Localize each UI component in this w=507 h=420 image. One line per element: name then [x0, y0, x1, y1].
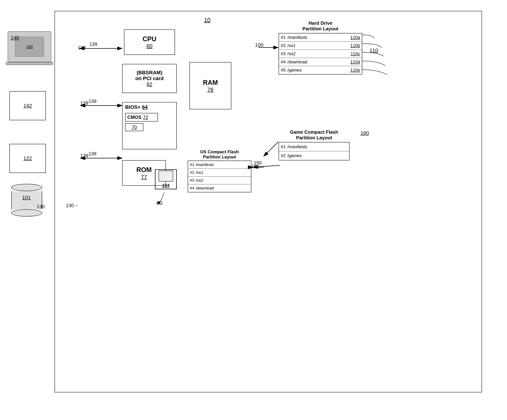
ocf-row: #2 /os1 — [188, 169, 251, 177]
ocf-row-num: #1 — [190, 162, 196, 167]
arr-label-130: 130 ~ — [66, 203, 78, 208]
gcf-row: #2 /games — [279, 151, 349, 160]
ocf-row-num: #4 — [190, 186, 196, 191]
cpu-box: CPU 60 — [124, 29, 175, 55]
bbsram-box: (BBSRAM)on PCI card 62 — [122, 64, 177, 93]
gcf-row-num: #1 — [281, 144, 287, 149]
ref-100-label: 100 — [255, 42, 263, 48]
diagram-area: 10 CPU 60 (BBSRAM)on PCI card 62 BIOS+ 6… — [55, 11, 482, 392]
cmos-label: CMOS — [127, 114, 141, 120]
gcf-row-num: #2 — [281, 153, 287, 158]
ram-title: RAM — [203, 79, 218, 86]
device-screen — [159, 171, 173, 181]
laptop-container: 140 140 — [8, 31, 53, 65]
cyl-top — [11, 184, 42, 191]
hard-drive-layout: Hard DrivePartition Layout #1 /manifests… — [279, 20, 362, 75]
ann-130: 130 — [37, 204, 45, 209]
hd-row: #1 /manifests 110a — [279, 34, 362, 41]
hd-table: #1 /manifests 110a #2 /os1 110b #3 /os2 … — [279, 33, 362, 75]
os-cf-layout: OS Compact FlashPartition Layout #1 /man… — [188, 149, 251, 192]
hd-row-ref: 110c — [351, 51, 360, 56]
ann-139-mid: 139 — [80, 100, 88, 106]
arrows-svg: 139 139 139 130 ~ 150 — [55, 11, 482, 392]
gcf-table: #1 /manifests #2 /games — [279, 142, 350, 160]
hd-row: #2 /os1 110b — [279, 41, 362, 50]
hd-row-ref: 110e — [350, 68, 360, 73]
arr-label-139-mid: 139 — [89, 99, 96, 104]
box-122-ref: 122 — [23, 156, 32, 161]
ocf-row-path: /os1 — [196, 170, 203, 175]
ocf-row: #3 /os2 — [188, 177, 251, 184]
ram-box: RAM 76 — [190, 62, 231, 109]
hd-row-path: /os1 — [287, 43, 349, 48]
ocf-row-num: #3 — [190, 178, 196, 183]
ref-160-label: 160 — [360, 130, 369, 136]
ocf-table: #1 /manifests #2 /os1 #3 /os2 #4 /downlo… — [188, 161, 251, 192]
bios-ref: 64 — [142, 104, 148, 110]
ocf-row: #4 /download — [188, 184, 251, 192]
ref-70: 70 — [125, 123, 143, 131]
box-142: 142 — [9, 91, 46, 120]
ocf-row-path: /os2 — [196, 178, 203, 183]
hd-row-num: #4 — [281, 59, 287, 64]
device-134-ref: 134 — [162, 183, 169, 188]
cyl-101-label: 101 — [22, 195, 31, 200]
bios-title: BIOS+ — [125, 104, 141, 110]
cmos-ref: 72 — [143, 114, 148, 120]
hd-title: Hard DrivePartition Layout — [279, 20, 362, 32]
svg-line-10 — [264, 142, 278, 156]
device-134: 134 — [155, 169, 177, 189]
game-cf-layout: Game Compact FlashPartition Layout #1 /m… — [279, 129, 350, 160]
ann-139-low: 139 — [80, 153, 88, 158]
cyl-bottom — [11, 209, 42, 217]
ref-10-label: 10 — [204, 17, 211, 23]
gcf-row-path: /manifests — [287, 144, 307, 149]
hd-row-num: #1 — [281, 35, 287, 40]
hd-row-ref: 110a — [350, 35, 360, 40]
gcf-row: #1 /manifests — [279, 142, 349, 151]
arr-label-139-low: 139 — [89, 151, 96, 156]
hd-row-ref: 110b — [350, 43, 360, 48]
ocf-title: OS Compact FlashPartition Layout — [188, 149, 251, 159]
ref-150-label: 150 — [251, 164, 259, 170]
cpu-title: CPU — [143, 35, 156, 43]
bios-box: BIOS+ 64 CMOS 72 70 — [122, 102, 177, 149]
bbsram-title: (BBSRAM)on PCI card — [135, 70, 164, 81]
hd-row-path: /manifests — [287, 35, 349, 40]
hd-row-path: /download — [287, 59, 349, 64]
ref-50-label: 50 — [157, 200, 162, 206]
ocf-row-path: /manifests — [196, 162, 214, 167]
laptop-inner-ref: 140 — [26, 44, 33, 49]
box-142-ref: 142 — [23, 103, 32, 109]
rom-ref: 77 — [141, 174, 147, 180]
cpu-ref: 60 — [146, 43, 152, 49]
hd-row-path: /games — [287, 68, 349, 73]
ocf-row-num: #2 — [190, 170, 196, 175]
gcf-row-path: /games — [287, 153, 302, 158]
gcf-title: Game Compact FlashPartition Layout — [279, 129, 350, 141]
hd-row: #3 /os2 110c — [279, 50, 362, 58]
bbsram-ref: 62 — [147, 81, 152, 87]
hd-row: #4 /download 110d — [279, 58, 362, 66]
box-122: 122 — [9, 144, 46, 173]
arr-label-139-top: 139 — [90, 41, 97, 47]
ocf-row-path: /download — [196, 186, 214, 191]
hd-row-num: #5 — [281, 68, 287, 73]
ann-139-top: 139 — [78, 45, 85, 50]
hd-row-ref: 110d — [350, 59, 360, 64]
ocf-row: #1 /manifests — [188, 161, 251, 169]
cmos-box: CMOS 72 — [125, 113, 158, 122]
hd-row-num: #3 — [281, 51, 287, 56]
hd-row: #5 /games 110e — [279, 66, 362, 74]
hd-row-path: /os2 — [287, 51, 349, 56]
ram-ref: 76 — [207, 86, 213, 93]
rom-title: ROM — [136, 166, 152, 174]
laptop-140-ref: 140 — [11, 35, 19, 41]
ref-110-label: 110 — [370, 48, 378, 53]
hd-row-num: #2 — [281, 43, 287, 48]
